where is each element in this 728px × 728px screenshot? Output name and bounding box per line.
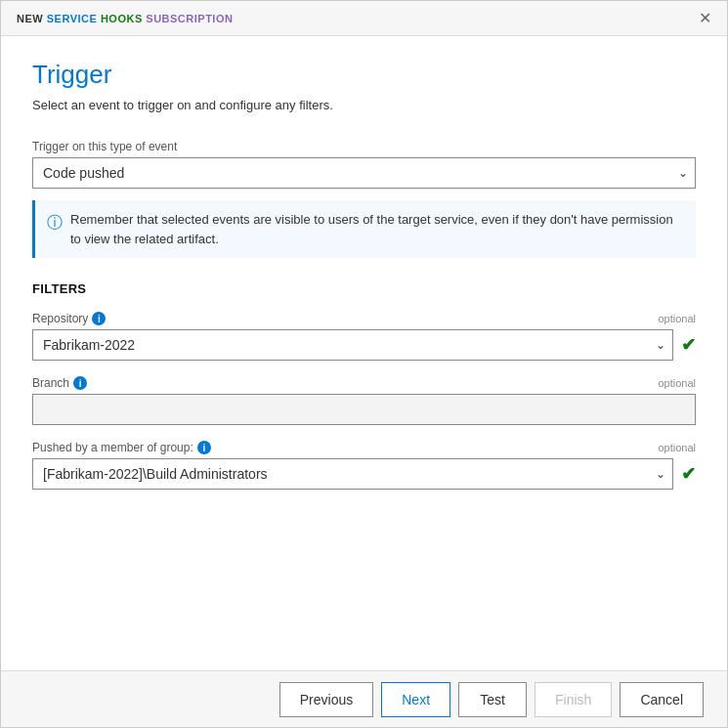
repository-select[interactable]: Fabrikam-2022 [32, 329, 673, 361]
cancel-button[interactable]: Cancel [620, 682, 704, 717]
repository-label-left: Repository i [32, 312, 106, 325]
pushed-by-input-row: [Fabrikam-2022]\Build Administrators ⌄ ✔ [32, 458, 696, 490]
dialog: NEW SERVICE HOOKS SUBSCRIPTION ✕ Trigger… [0, 0, 728, 728]
test-button[interactable]: Test [458, 682, 527, 717]
title-service: SERVICE [47, 13, 98, 24]
pushed-by-label: Pushed by a member of group: [32, 441, 193, 454]
repository-input-row: Fabrikam-2022 ⌄ ✔ [32, 329, 696, 361]
info-icon: ⓘ [47, 211, 63, 235]
repository-info-icon[interactable]: i [92, 312, 106, 325]
branch-info-icon[interactable]: i [73, 376, 87, 390]
pushed-by-field: Pushed by a member of group: i optional … [32, 441, 696, 490]
branch-input-row [32, 394, 696, 425]
pushed-by-select[interactable]: [Fabrikam-2022]\Build Administrators [32, 458, 673, 490]
repository-select-wrapper: Fabrikam-2022 ⌄ [32, 329, 673, 361]
page-subtitle: Select an event to trigger on and config… [32, 98, 696, 112]
dialog-title: NEW SERVICE HOOKS SUBSCRIPTION [17, 13, 233, 24]
title-new: NEW [17, 13, 43, 24]
branch-label-left: Branch i [32, 376, 87, 390]
finish-button[interactable]: Finish [535, 682, 612, 717]
pushed-by-label-left: Pushed by a member of group: i [32, 441, 211, 454]
previous-button[interactable]: Previous [279, 682, 373, 717]
event-type-select[interactable]: Code pushed [32, 157, 696, 189]
repository-label: Repository [32, 312, 88, 325]
event-type-select-wrapper: Code pushed ⌄ [32, 157, 696, 189]
dialog-header: NEW SERVICE HOOKS SUBSCRIPTION ✕ [1, 1, 727, 36]
repository-optional: optional [658, 313, 696, 324]
dialog-footer: Previous Next Test Finish Cancel [1, 670, 727, 727]
pushed-by-checkmark: ✔ [681, 463, 696, 485]
repository-field: Repository i optional Fabrikam-2022 ⌄ ✔ [32, 312, 696, 361]
filters-section: FILTERS Repository i optional Fabrikam-2… [32, 281, 696, 490]
event-type-label: Trigger on this type of event [32, 140, 696, 153]
repository-label-row: Repository i optional [32, 312, 696, 325]
pushed-by-label-row: Pushed by a member of group: i optional [32, 441, 696, 454]
event-type-field: Trigger on this type of event Code pushe… [32, 140, 696, 189]
title-hooks: HOOKS [101, 13, 143, 24]
dialog-body: Trigger Select an event to trigger on an… [1, 36, 727, 670]
pushed-by-select-wrapper: [Fabrikam-2022]\Build Administrators ⌄ [32, 458, 673, 490]
title-sub: SUBSCRIPTION [146, 13, 233, 24]
repository-checkmark: ✔ [681, 334, 696, 356]
info-message: Remember that selected events are visibl… [70, 210, 684, 248]
pushed-by-info-icon[interactable]: i [197, 441, 211, 454]
filters-title: FILTERS [32, 281, 696, 296]
close-button[interactable]: ✕ [699, 11, 711, 26]
pushed-by-optional: optional [658, 442, 696, 453]
next-button[interactable]: Next [381, 682, 450, 717]
branch-optional: optional [658, 377, 696, 389]
branch-label-row: Branch i optional [32, 376, 696, 390]
branch-field: Branch i optional [32, 376, 696, 425]
page-title: Trigger [32, 60, 696, 90]
info-box: ⓘ Remember that selected events are visi… [32, 200, 696, 258]
branch-label: Branch [32, 376, 69, 390]
branch-input[interactable] [32, 394, 696, 425]
